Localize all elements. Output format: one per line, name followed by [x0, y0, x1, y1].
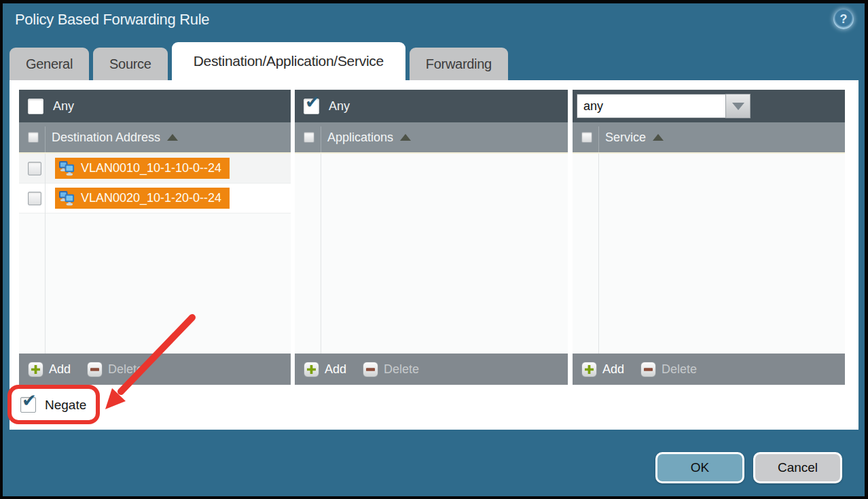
delete-minus-icon: [640, 362, 656, 377]
negate-checkbox[interactable]: ✔: [20, 397, 36, 413]
chevron-down-glyph: [732, 103, 744, 110]
table-row-vlan0020[interactable]: VLAN0020_10-1-20-0--24: [19, 184, 291, 213]
body-separator-line: [598, 154, 599, 354]
add-plus-icon: [28, 362, 43, 377]
add-button-label: Add: [602, 362, 624, 377]
destination-any-checkbox[interactable]: ✔: [28, 99, 43, 114]
delete-button[interactable]: Delete: [87, 362, 143, 377]
header-separator: [45, 126, 46, 152]
ok-button[interactable]: OK: [655, 452, 744, 483]
policy-based-forwarding-rule-dialog: Policy Based Forwarding Rule ? General S…: [0, 0, 868, 499]
sort-ascending-icon: [653, 134, 664, 141]
tab-general[interactable]: General: [10, 48, 89, 80]
address-object-label: VLAN0020_10-1-20-0--24: [81, 191, 221, 205]
applications-column-header: Applications: [295, 122, 568, 152]
service-footer-bar: Add Delete: [573, 354, 845, 385]
sort-ascending-icon: [400, 134, 411, 141]
applications-list-body: [295, 152, 568, 354]
service-column-header: Service: [573, 122, 845, 152]
destination-any-label: Any: [53, 99, 74, 114]
applications-any-bar: ✔ Any: [295, 90, 568, 122]
add-button[interactable]: Add: [581, 362, 624, 377]
destination-select-all-checkbox[interactable]: [28, 132, 39, 143]
delete-button[interactable]: Delete: [363, 362, 419, 377]
service-select-all-checkbox[interactable]: [581, 132, 592, 143]
destination-address-column: ✔ Any Destination Address: [19, 90, 291, 385]
tab-forwarding[interactable]: Forwarding: [410, 48, 508, 80]
applications-header-label[interactable]: Applications: [327, 131, 393, 145]
row-checkbox[interactable]: [28, 162, 41, 175]
tab-bar: General Source Destination/Application/S…: [10, 42, 508, 80]
service-dropdown-value: any: [577, 94, 725, 118]
checkmark-icon: ✔: [22, 392, 37, 409]
service-list-body: [573, 152, 845, 354]
add-button[interactable]: Add: [28, 362, 71, 377]
service-any-bar: any: [573, 90, 845, 122]
address-object-chip: VLAN0010_10-1-10-0--24: [55, 158, 230, 179]
applications-footer-bar: Add Delete: [295, 354, 568, 385]
tab-source[interactable]: Source: [93, 48, 168, 80]
applications-column: ✔ Any Applications Add: [295, 90, 568, 385]
add-button-label: Add: [325, 362, 346, 377]
tab-content-panel: ✔ Any Destination Address: [10, 80, 858, 430]
cancel-button[interactable]: Cancel: [753, 452, 842, 483]
help-glyph: ?: [840, 12, 848, 27]
delete-minus-icon: [87, 362, 103, 377]
table-row-vlan0010[interactable]: VLAN0010_10-1-10-0--24: [19, 154, 291, 184]
address-object-label: VLAN0010_10-1-10-0--24: [81, 161, 221, 175]
header-separator: [321, 126, 321, 152]
destination-any-bar: ✔ Any: [19, 90, 291, 122]
applications-any-label: Any: [329, 99, 350, 114]
dialog-title: Policy Based Forwarding Rule: [15, 11, 209, 29]
network-icon: [58, 160, 75, 176]
delete-button[interactable]: Delete: [640, 362, 697, 377]
add-plus-icon: [304, 362, 319, 377]
checkmark-icon: ✔: [305, 93, 320, 111]
delete-button-label: Delete: [662, 362, 697, 377]
destination-address-header-label[interactable]: Destination Address: [52, 131, 160, 145]
add-button-label: Add: [49, 362, 71, 377]
service-type-dropdown[interactable]: any: [577, 94, 751, 118]
destination-list-body: VLAN0010_10-1-10-0--24: [19, 152, 291, 354]
body-separator-line: [321, 154, 321, 354]
negate-label: Negate: [45, 398, 86, 413]
delete-minus-icon: [363, 362, 378, 377]
destination-column-header: Destination Address: [19, 122, 291, 152]
address-object-chip: VLAN0020_10-1-20-0--24: [55, 188, 230, 209]
service-column: any Service Add: [573, 90, 845, 385]
applications-any-checkbox[interactable]: ✔: [304, 99, 319, 114]
delete-button-label: Delete: [108, 362, 143, 377]
body-separator-line: [45, 154, 46, 354]
applications-select-all-checkbox[interactable]: [304, 132, 314, 143]
destination-footer-bar: Add Delete: [19, 354, 291, 385]
help-icon[interactable]: ?: [833, 9, 854, 29]
service-header-label[interactable]: Service: [605, 131, 646, 145]
chevron-down-icon[interactable]: [725, 94, 751, 118]
row-checkbox[interactable]: [28, 192, 41, 205]
tab-destination-application-service[interactable]: Destination/Application/Service: [172, 42, 405, 80]
sort-ascending-icon: [167, 134, 178, 141]
network-icon: [58, 190, 75, 206]
add-button[interactable]: Add: [304, 362, 346, 377]
delete-button-label: Delete: [384, 362, 419, 377]
add-plus-icon: [581, 362, 597, 377]
header-separator: [598, 126, 599, 152]
